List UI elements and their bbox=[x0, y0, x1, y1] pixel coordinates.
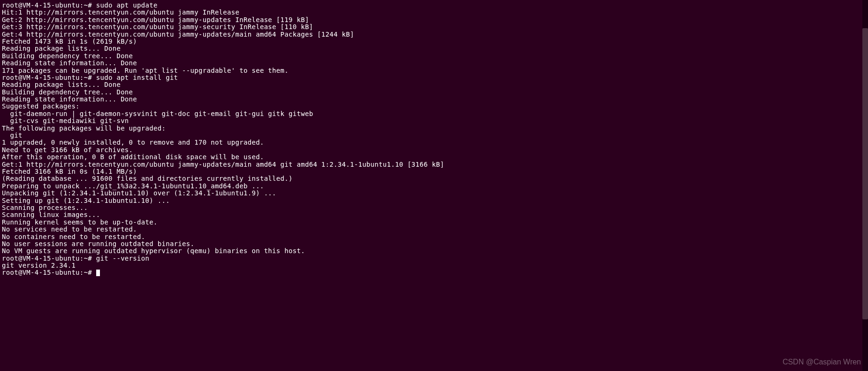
terminal-line: No VM guests are running outdated hyperv… bbox=[2, 247, 866, 255]
terminal-line: Building dependency tree... Done bbox=[2, 89, 866, 96]
terminal-line: Get:2 http://mirrors.tencentyun.com/ubun… bbox=[2, 16, 866, 23]
watermark-text: CSDN @Caspian Wren bbox=[783, 358, 861, 366]
terminal-line: Hit:1 http://mirrors.tencentyun.com/ubun… bbox=[2, 9, 866, 16]
terminal-line: git-daemon-run | git-daemon-sysvinit git… bbox=[2, 110, 866, 117]
terminal-line: Running kernel seems to be up-to-date. bbox=[2, 219, 866, 226]
terminal-line: Fetched 1473 kB in 1s (2619 kB/s) bbox=[2, 38, 866, 45]
scrollbar-track[interactable] bbox=[862, 0, 868, 371]
terminal-line: git bbox=[2, 132, 866, 139]
terminal-output[interactable]: root@VM-4-15-ubuntu:~# sudo apt updateHi… bbox=[2, 2, 866, 277]
terminal-line: Unpacking git (1:2.34.1-1ubuntu1.10) ove… bbox=[2, 190, 866, 197]
terminal-line: Reading package lists... Done bbox=[2, 45, 866, 52]
terminal-line: After this operation, 0 B of additional … bbox=[2, 154, 866, 161]
terminal-line: root@VM-4-15-ubuntu:~# bbox=[2, 269, 866, 276]
terminal-line: No containers need to be restarted. bbox=[2, 233, 866, 240]
terminal-line: Get:1 http://mirrors.tencentyun.com/ubun… bbox=[2, 161, 866, 168]
terminal-line: Reading state information... Done bbox=[2, 96, 866, 103]
terminal-line: Scanning processes... bbox=[2, 204, 866, 211]
terminal-line: No user sessions are running outdated bi… bbox=[2, 240, 866, 247]
terminal-cursor bbox=[96, 270, 100, 276]
terminal-line: git version 2.34.1 bbox=[2, 262, 866, 269]
terminal-line: No services need to be restarted. bbox=[2, 226, 866, 233]
terminal-line: Reading package lists... Done bbox=[2, 81, 866, 88]
terminal-line: root@VM-4-15-ubuntu:~# git --version bbox=[2, 255, 866, 262]
scrollbar-thumb[interactable] bbox=[862, 28, 868, 319]
terminal-line: git-cvs git-mediawiki git-svn bbox=[2, 117, 866, 124]
terminal-line: Building dependency tree... Done bbox=[2, 53, 866, 60]
terminal-line: (Reading database ... 91600 files and di… bbox=[2, 175, 866, 182]
terminal-line: Get:4 http://mirrors.tencentyun.com/ubun… bbox=[2, 31, 866, 38]
terminal-line: Need to get 3166 kB of archives. bbox=[2, 147, 866, 154]
terminal-line: The following packages will be upgraded: bbox=[2, 125, 866, 132]
terminal-line: root@VM-4-15-ubuntu:~# sudo apt install … bbox=[2, 74, 866, 81]
terminal-line: 1 upgraded, 0 newly installed, 0 to remo… bbox=[2, 139, 866, 146]
terminal-line: Scanning linux images... bbox=[2, 211, 866, 218]
terminal-line: Fetched 3166 kB in 0s (14.1 MB/s) bbox=[2, 168, 866, 175]
terminal-line: 171 packages can be upgraded. Run 'apt l… bbox=[2, 67, 866, 74]
terminal-line: Suggested packages: bbox=[2, 103, 866, 110]
terminal-line: Preparing to unpack .../git_1%3a2.34.1-1… bbox=[2, 183, 866, 190]
terminal-line: Reading state information... Done bbox=[2, 60, 866, 67]
terminal-line: Get:3 http://mirrors.tencentyun.com/ubun… bbox=[2, 23, 866, 31]
terminal-line: root@VM-4-15-ubuntu:~# sudo apt update bbox=[2, 2, 866, 9]
terminal-line: Setting up git (1:2.34.1-1ubuntu1.10) ..… bbox=[2, 197, 866, 204]
